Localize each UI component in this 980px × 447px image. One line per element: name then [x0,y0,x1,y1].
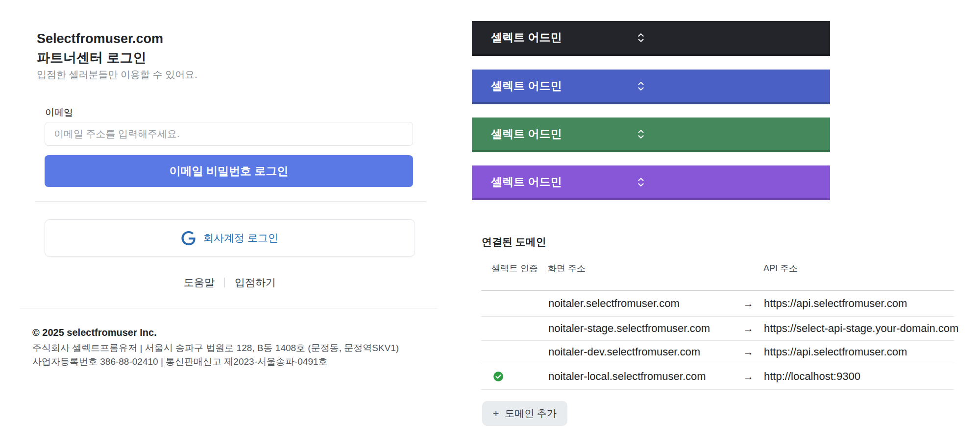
screen-address: noitaler-stage.selectfromuser.com [548,322,710,335]
chevron-up-down-icon [636,176,646,188]
screen-address: noitaler.selectfromuser.com [548,297,680,310]
arrow-right-icon: → [743,346,754,358]
domain-table-row: noitaler-local.selectfromuser.com → http… [481,364,954,389]
column-header-auth: 셀렉트 인증 [491,262,538,274]
admin-header-preview-green[interactable]: 셀렉트 어드민 [472,118,830,152]
admin-header-title: 셀렉트 어드민 [491,126,562,141]
section-divider [35,201,426,202]
api-address: https://api.selectfromuser.com [764,297,907,310]
email-password-login-button[interactable]: 이메일 비밀번호 로그인 [45,155,413,187]
add-domain-label: 도메인 추가 [505,407,557,420]
google-login-label: 회사계정 로그인 [203,231,278,245]
admin-header-preview-dark[interactable]: 셀렉트 어드민 [472,21,830,56]
admin-header-title: 셀렉트 어드민 [491,30,562,45]
brand-logo-text: Selectfromuser.com [37,31,163,47]
admin-header-title: 셀렉트 어드민 [491,78,562,94]
page-subtitle: 입점한 셀러분들만 이용할 수 있어요. [37,68,197,81]
domain-table-row: noitaler-dev.selectfromuser.com → https:… [481,340,954,364]
admin-header-preview-purple[interactable]: 셀렉트 어드민 [472,165,830,200]
domain-table-row: noitaler-stage.selectfromuser.com → http… [481,316,954,340]
help-link[interactable]: 도움말 [184,276,215,289]
verified-check-icon [493,371,504,382]
admin-header-preview-blue[interactable]: 셀렉트 어드민 [472,70,830,104]
admin-header-title: 셀렉트 어드민 [491,174,562,189]
google-g-icon [181,231,196,245]
links-separator [224,278,225,287]
chevron-up-down-icon [636,128,646,141]
footer-divider [20,308,438,308]
api-address: https://api.selectfromuser.com [764,346,907,358]
email-input[interactable] [45,122,413,146]
table-row-divider [481,389,954,390]
chevron-up-down-icon [636,80,646,93]
connected-domains-heading: 연결된 도메인 [482,235,546,249]
column-header-screen: 화면 주소 [548,262,586,274]
auxiliary-links: 도움말 입점하기 [45,276,415,289]
arrow-right-icon: → [743,370,754,383]
api-address: https://select-api-stage.your-domain.com [764,322,958,335]
google-company-login-button[interactable]: 회사계정 로그인 [45,219,415,257]
plus-icon: + [493,408,499,420]
api-address: http://localhost:9300 [764,370,860,383]
join-link[interactable]: 입점하기 [235,276,276,289]
add-domain-button[interactable]: + 도메인 추가 [482,401,567,426]
business-registration-text: 사업자등록번호 386-88-02410 | 통신판매신고 제2023-서울송파… [32,355,328,368]
arrow-right-icon: → [743,297,754,310]
email-label: 이메일 [45,106,73,119]
chevron-up-down-icon [636,31,646,44]
screen-address: noitaler-local.selectfromuser.com [548,370,706,383]
screen-address: noitaler-dev.selectfromuser.com [548,346,700,358]
arrow-right-icon: → [743,322,754,335]
column-header-api: API 주소 [763,262,798,274]
page-title: 파트너센터 로그인 [37,49,147,67]
domain-table-row: noitaler.selectfromuser.com → https://ap… [481,290,954,316]
company-info-text: 주식회사 셀렉트프롬유저 | 서울시 송파구 법원로 128, B동 1408호… [32,342,399,354]
copyright-text: © 2025 selectfromuser Inc. [32,327,157,338]
